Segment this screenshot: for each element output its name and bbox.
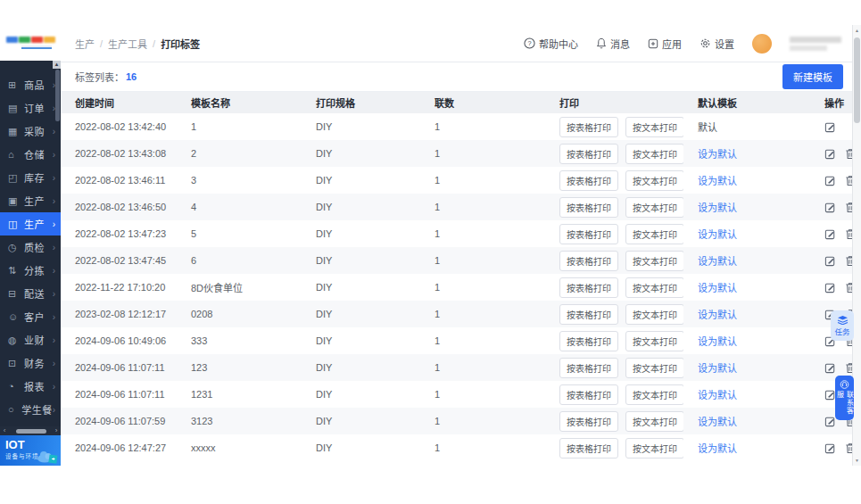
edit-button[interactable] — [824, 282, 836, 293]
delete-button[interactable] — [845, 175, 852, 186]
task-widget[interactable]: 任务 — [831, 310, 854, 341]
sidebar-item-finance[interactable]: ⊡财务› — [0, 351, 61, 375]
edit-button[interactable] — [824, 202, 836, 213]
print-by-table-button[interactable]: 按表格打印 — [559, 170, 618, 191]
print-by-table-button[interactable]: 按表格打印 — [559, 277, 618, 298]
messages-button[interactable]: 消息 — [596, 37, 630, 51]
breadcrumb-item[interactable]: 生产 — [75, 37, 95, 51]
cell-created-time: 2024-09-06 12:47:27 — [61, 442, 177, 453]
delete-button[interactable] — [845, 362, 852, 374]
print-by-text-button[interactable]: 按文本打印 — [625, 411, 683, 432]
delete-button[interactable] — [845, 442, 852, 454]
print-by-text-button[interactable]: 按文本打印 — [625, 170, 683, 191]
print-by-table-button[interactable]: 按表格打印 — [559, 224, 618, 244]
print-by-text-button[interactable]: 按文本打印 — [625, 197, 683, 218]
cell-operations — [810, 282, 852, 293]
print-by-text-button[interactable]: 按文本打印 — [625, 224, 683, 244]
edit-button[interactable] — [824, 175, 836, 186]
iot-banner[interactable]: IOT 设备与环境 — [0, 435, 61, 466]
edit-button[interactable] — [824, 148, 836, 160]
set-default-link[interactable]: 设为默认 — [698, 149, 737, 160]
sidebar-item-delivery[interactable]: ⊟配送› — [0, 282, 61, 305]
set-default-link[interactable]: 设为默认 — [698, 390, 737, 401]
set-default-link[interactable]: 设为默认 — [698, 202, 737, 213]
print-by-text-button[interactable]: 按文本打印 — [625, 384, 683, 405]
sidebar-item-goods[interactable]: ⊞商品› — [0, 73, 61, 96]
table-row: 2022-08-02 13:46:504DIY1按表格打印按文本打印设为默认 — [61, 194, 852, 220]
sidebar-item-reports[interactable]: ◔报表› — [0, 375, 61, 398]
breadcrumb-item[interactable]: 生产工具 — [108, 37, 147, 51]
print-by-text-button[interactable]: 按文本打印 — [625, 251, 683, 271]
set-default-link[interactable]: 设为默认 — [698, 310, 737, 320]
sidebar-item-orders[interactable]: ▤订单› — [0, 96, 61, 120]
set-default-link[interactable]: 设为默认 — [698, 363, 737, 374]
sidebar-item-customers[interactable]: ☺客户› — [0, 305, 61, 328]
edit-button[interactable] — [824, 442, 836, 454]
set-default-link[interactable]: 设为默认 — [698, 443, 737, 454]
new-template-button[interactable]: 新建模板 — [782, 64, 843, 89]
apps-button[interactable]: 应用 — [648, 37, 682, 51]
print-by-text-button[interactable]: 按文本打印 — [625, 304, 683, 325]
cell-copies: 1 — [420, 202, 545, 212]
scroll-down-icon[interactable]: ▼ — [853, 455, 861, 466]
sidebar-item-quality[interactable]: ◷质检› — [0, 235, 61, 259]
horizontal-scrollbar-thumb[interactable] — [16, 429, 46, 434]
sidebar-item-warehouse[interactable]: ⌂仓储› — [0, 143, 61, 166]
cell-created-time: 2022-08-02 13:47:23 — [61, 228, 177, 239]
edit-button[interactable] — [824, 255, 836, 267]
edit-button[interactable] — [824, 228, 836, 240]
print-by-table-button[interactable]: 按表格打印 — [559, 331, 618, 351]
scroll-right-icon[interactable]: › — [52, 426, 61, 435]
delete-button[interactable] — [845, 282, 852, 293]
user-avatar[interactable] — [752, 34, 772, 54]
print-by-table-button[interactable]: 按表格打印 — [559, 358, 618, 378]
delete-button[interactable] — [845, 255, 852, 267]
delete-icon — [845, 442, 852, 454]
user-name-blurred[interactable] — [790, 37, 841, 51]
set-default-link[interactable]: 设为默认 — [698, 256, 737, 267]
sidebar-item-purchase[interactable]: ▦采购› — [0, 120, 61, 143]
delete-button[interactable] — [845, 228, 852, 240]
print-by-table-button[interactable]: 按表格打印 — [559, 304, 618, 325]
print-by-table-button[interactable]: 按表格打印 — [559, 438, 618, 459]
help-icon: ? — [524, 37, 535, 49]
sidebar-item-production[interactable]: ▣生产› — [0, 189, 61, 212]
chevron-right-icon: › — [53, 219, 55, 229]
edit-button[interactable] — [824, 362, 836, 374]
sidebar-scroll-up-icon[interactable]: ▲ — [53, 61, 61, 69]
sidebar-item-sorting[interactable]: ⇅分拣› — [0, 259, 61, 282]
print-by-text-button[interactable]: 按文本打印 — [625, 277, 683, 298]
print-by-table-button[interactable]: 按表格打印 — [559, 197, 618, 218]
sidebar-horizontal-scrollbar[interactable]: ‹ › — [0, 426, 61, 435]
page-scrollbar-thumb[interactable] — [854, 37, 860, 123]
delete-button[interactable] — [845, 202, 852, 213]
print-by-text-button[interactable]: 按文本打印 — [625, 438, 683, 459]
delete-button[interactable] — [845, 148, 852, 160]
edit-button[interactable] — [824, 121, 836, 133]
sidebar-item-biz-finance[interactable]: ◍业财› — [0, 328, 61, 351]
sidebar-item-inventory[interactable]: ◰库存› — [0, 166, 61, 189]
scroll-up-icon[interactable]: ▲ — [853, 25, 861, 36]
settings-button[interactable]: 设置 — [700, 37, 734, 51]
customer-service-widget[interactable]: 联系客服 — [835, 376, 854, 420]
sidebar-item-production-2[interactable]: ◫生产› — [0, 212, 61, 235]
print-by-table-button[interactable]: 按表格打印 — [559, 251, 618, 271]
set-default-link[interactable]: 设为默认 — [698, 283, 737, 293]
print-by-table-button[interactable]: 按表格打印 — [559, 384, 618, 405]
set-default-link[interactable]: 设为默认 — [698, 229, 737, 240]
sidebar-item-student-meal[interactable]: ○学生餐› — [0, 398, 61, 421]
cell-default-template: 设为默认 — [683, 334, 810, 348]
print-by-table-button[interactable]: 按表格打印 — [559, 411, 618, 432]
scroll-left-icon[interactable]: ‹ — [0, 426, 9, 435]
print-by-text-button[interactable]: 按文本打印 — [625, 144, 683, 164]
print-by-text-button[interactable]: 按文本打印 — [625, 358, 683, 378]
print-by-table-button[interactable]: 按表格打印 — [559, 117, 618, 137]
print-by-text-button[interactable]: 按文本打印 — [625, 331, 683, 351]
print-by-text-button[interactable]: 按文本打印 — [625, 117, 683, 137]
help-center-button[interactable]: ? 帮助中心 — [524, 37, 578, 51]
set-default-link[interactable]: 设为默认 — [698, 176, 737, 186]
set-default-link[interactable]: 设为默认 — [698, 336, 737, 347]
set-default-link[interactable]: 设为默认 — [698, 417, 737, 427]
print-by-table-button[interactable]: 按表格打印 — [559, 144, 618, 164]
cell-template-name: 4 — [177, 202, 302, 212]
